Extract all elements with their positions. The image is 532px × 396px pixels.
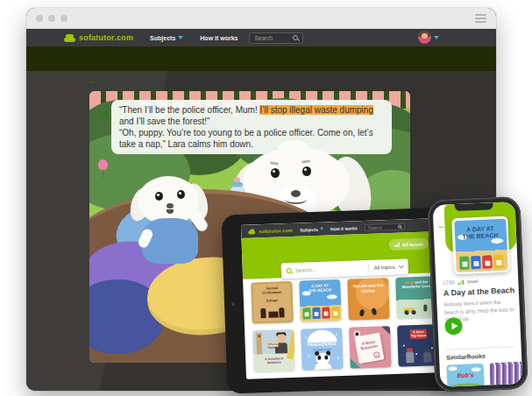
similar-book-bobs[interactable]: Bob's [446, 364, 484, 387]
tablet-screen: sofatutor.com Subjects How it works Sear… [241, 218, 439, 379]
nav-item-how-it-works[interactable]: How it works [200, 35, 238, 41]
phone-screen: ← A DAY AT THE BEACH L290 level A Day at… [433, 202, 523, 387]
couch-logo-icon [64, 34, 75, 42]
book-cover-a-busy-semester[interactable]: A Busy Semester A [349, 326, 392, 369]
sofatutor-logo[interactable]: sofatutor.com [248, 227, 293, 234]
search-icon [287, 268, 292, 273]
search-input[interactable]: Search [249, 32, 303, 44]
book-title: PANDA PANDA [307, 342, 337, 347]
book-cover-a-day-at-the-beach: A DAY AT THE BEACH [454, 218, 508, 272]
puppy [131, 174, 228, 288]
book-cover-the-ant-and-the-cricket[interactable]: The Ant and The Cricket [347, 278, 390, 321]
recycling-bins [300, 307, 341, 320]
nav-item-label: Subjects [300, 226, 318, 232]
book-title: Anap and the Wonderful Oven [401, 279, 430, 289]
book-cover-panda-panda[interactable]: PANDA PANDA A RAINY DAY [301, 328, 344, 371]
detective-figure [277, 334, 285, 343]
book-title: The Ant and The Cricket [352, 283, 384, 293]
library-search-bar[interactable]: Search... All topics [280, 258, 408, 279]
hill [446, 383, 484, 387]
level-label: level [467, 279, 479, 285]
ant-silhouette [359, 309, 365, 317]
book-title: Bob's [447, 371, 484, 379]
hamburger-menu-icon[interactable] [475, 11, 486, 25]
all-levels-label: All levels [402, 241, 423, 247]
nav-item-subjects[interactable]: Subjects [300, 226, 323, 232]
tulip-flower [98, 159, 109, 178]
avatar [418, 31, 431, 44]
raindrop [309, 355, 309, 357]
corner-decoration [381, 326, 390, 335]
similar-books-heading: SimilarBooks [446, 353, 486, 361]
recycling-bins [456, 254, 508, 270]
search-placeholder: Search [254, 35, 293, 41]
raindrop [337, 357, 338, 359]
figure-silhouette [279, 308, 284, 317]
read-aloud-play-icon[interactable] [101, 110, 108, 119]
table-silhouette [268, 311, 278, 317]
reader-text: “Then I’ll be the police officer, Mum! I… [111, 100, 392, 154]
top-navbar: sofatutor.com Subjects How it works Sear… [26, 29, 496, 46]
window-control-dot[interactable] [60, 15, 67, 22]
chevron-down-icon [178, 36, 183, 39]
cloud [449, 366, 458, 371]
page-header-band [26, 46, 496, 71]
chevron-down-icon [434, 36, 439, 39]
book-cover-title: A DAY AT THE BEACH [454, 224, 507, 242]
raindrop [336, 333, 337, 336]
level-bars-icon [458, 279, 465, 284]
book-meta-row: L290 level [443, 279, 478, 286]
chevron-down-icon [399, 264, 404, 269]
browser-chrome [26, 8, 496, 29]
raindrop [305, 336, 306, 338]
search-placeholder: Search [368, 223, 398, 230]
snowflake [403, 344, 405, 346]
back-arrow-icon[interactable]: ← [89, 72, 102, 87]
figure-silhouette [260, 308, 266, 318]
tablet-camera [231, 302, 235, 306]
umbrella [307, 329, 337, 343]
nav-item-label: How it works [330, 225, 358, 231]
book-title: A Short Trip Home [409, 329, 427, 339]
nav-item-subjects[interactable]: Subjects [150, 35, 183, 41]
lexile-code: L290 [443, 279, 455, 286]
search-input[interactable]: Search [365, 223, 405, 231]
big-ben [256, 333, 262, 354]
ant-silhouette [372, 308, 378, 315]
back-arrow-icon[interactable]: ← [436, 221, 445, 230]
stripe [287, 329, 295, 359]
cloud [327, 294, 337, 299]
window-control-dot[interactable] [36, 15, 43, 22]
book-title: Ancient Civilisations [259, 286, 285, 295]
all-levels-button[interactable]: All levels [388, 237, 429, 251]
similar-book-forest[interactable] [489, 362, 522, 387]
book-cover-ancient-civilisations[interactable]: Ancient Civilisations Europe [251, 281, 294, 324]
book-cover-a-day-at-the-beach[interactable]: A DAY AT THE BEACH [299, 279, 342, 322]
book-title: A Busy Semester [358, 339, 379, 351]
couch-logo-icon [248, 229, 255, 234]
sofatutor-logo[interactable]: sofatutor.com [64, 33, 133, 42]
window-control-dot[interactable] [48, 15, 55, 22]
levels-bars-icon [394, 243, 400, 247]
all-topics-dropdown[interactable]: All topics [374, 265, 395, 271]
nav-item-label: Subjects [150, 35, 175, 41]
nav-item-how-it-works[interactable]: How it works [330, 225, 358, 231]
divider [446, 346, 514, 350]
panda [316, 352, 330, 364]
logo-text: sofatutor.com [259, 227, 293, 233]
search-placeholder: Search... [295, 265, 363, 273]
search-icon [293, 35, 298, 40]
book-title: A Scandal in Bohemia [262, 357, 287, 364]
book-series: Sherlock Holmes [268, 342, 279, 346]
chevron-down-icon [320, 228, 323, 230]
tablet-device: sofatutor.com Subjects How it works Sear… [222, 207, 459, 393]
user-menu[interactable] [418, 31, 439, 44]
book-cover-a-scandal-in-bohemia[interactable]: Sherlock Holmes A Scandal in Bohemia [252, 329, 295, 372]
search-icon [398, 224, 401, 228]
logo-text: sofatutor.com [79, 33, 133, 42]
book-cover-card: A DAY AT THE BEACH [451, 216, 510, 274]
snowflake [415, 353, 417, 355]
play-button[interactable] [444, 317, 463, 336]
divider [368, 264, 369, 272]
book-subtitle: Europe [259, 298, 285, 302]
